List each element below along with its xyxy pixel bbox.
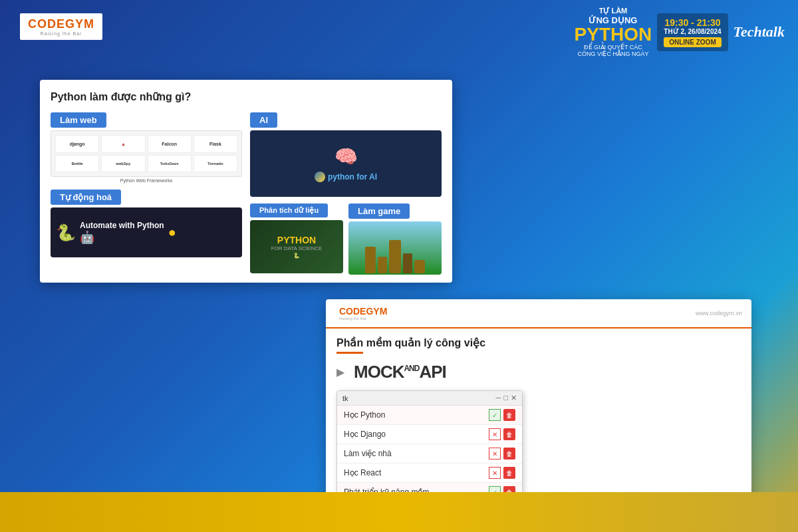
lam-web-label: Làm web <box>51 112 106 128</box>
platform-3 <box>389 240 401 273</box>
python-for-ai: python for AI <box>315 172 377 182</box>
techtalk-logo: Techtalk <box>733 23 785 41</box>
python-logo-mini <box>315 172 325 182</box>
minimize-icon[interactable]: ─ <box>496 394 501 402</box>
ai-box: 🧠 python for AI <box>250 130 442 197</box>
freecodecamp-icon: ● <box>168 225 176 240</box>
window-buttons: ─ □ ✕ <box>496 394 517 402</box>
tu-dong-section: Tự động hoá 🐍 Automate with Python 🤖 ● <box>51 190 242 257</box>
banner-cong-viec: CÔNG VIỆC HẰNG NGÀY <box>575 51 652 57</box>
bottom-website: www.codegym.vn <box>696 310 742 317</box>
bottom-logo-text: CODEGYM <box>339 306 387 317</box>
fw-pyramid: ▲ <box>101 135 145 153</box>
fw-bottle: Bottle <box>55 155 99 172</box>
bottom-logo-sub: Raising the Bar <box>339 317 387 321</box>
phan-tich-section: Phân tích dữ liệu PYTHON FOR DATA SCIENC… <box>250 203 343 275</box>
banner-date: THỨ 2, 26/08/2024 <box>664 28 721 35</box>
frameworks-label: Python Web Frameworks <box>51 178 242 183</box>
lam-game-label: Làm game <box>348 203 410 219</box>
slide-title: Python làm được những gì? <box>51 90 442 103</box>
logo-subtitle: Raising the Bar <box>28 31 94 36</box>
maximize-icon[interactable]: □ <box>503 394 508 402</box>
ai-brain-icon: 🧠 <box>334 146 358 168</box>
task-row: Làm việc nhà✕🗑 <box>337 444 522 464</box>
data-sci-python: PYTHON <box>271 235 323 245</box>
banner-tu-lam: TỰ LÀM <box>575 7 652 15</box>
bottom-content: Phần mềm quản lý công việc ▶ MOCKANDAPI … <box>326 329 751 511</box>
task-name: Làm việc nhà <box>344 449 392 458</box>
platform-2 <box>378 257 387 273</box>
task-row: Học React✕🗑 <box>337 464 522 483</box>
logo-text: CODEGYM <box>28 17 94 31</box>
task-actions: ✕🗑 <box>489 467 515 479</box>
task-actions: ✕🗑 <box>489 448 515 460</box>
task-window: tk ─ □ ✕ Học Python✓🗑Học Django✕🗑Làm việ… <box>336 390 523 503</box>
task-window-title: tk <box>342 394 348 402</box>
task-delete-button[interactable]: 🗑 <box>503 409 515 421</box>
task-delete-button[interactable]: 🗑 <box>503 428 515 440</box>
task-check-button[interactable]: ✓ <box>489 409 501 421</box>
banner-de-giai: ĐỂ GIẢI QUYẾT CÁC <box>575 44 652 51</box>
fw-falcon: Falcon <box>148 135 192 153</box>
fw-tornado: Tornado <box>194 155 237 172</box>
automate-title: Automate with Python <box>80 221 164 230</box>
data-sci-snake: 🐍 <box>271 253 323 259</box>
bottom-logo: CODEGYM Raising the Bar <box>335 305 391 322</box>
robot-icon: 🤖 <box>80 230 164 245</box>
fw-turbogears: TurboGears <box>148 155 192 172</box>
close-icon[interactable]: ✕ <box>511 394 517 402</box>
fw-web2py: web2py <box>101 155 145 172</box>
slide-panel: Python làm được những gì? Làm web django… <box>40 80 452 283</box>
mockapi-logo: MOCKANDAPI <box>354 362 446 382</box>
fw-flask: Flask <box>194 135 237 153</box>
platform-4 <box>403 253 412 273</box>
task-actions: ✓🗑 <box>489 409 515 421</box>
web-frameworks-area: django ▲ Falcon Flask Bottle web2py Turb… <box>51 130 242 177</box>
yellow-bottom-strip <box>0 492 798 532</box>
data-sci-box: PYTHON FOR DATA SCIENCE 🐍 <box>250 220 343 273</box>
banner-online: ONLINE ZOOM <box>664 37 721 47</box>
task-name: Học Django <box>344 430 386 439</box>
ai-label: AI <box>250 112 277 128</box>
bottom-row: Phân tích dữ liệu PYTHON FOR DATA SCIENC… <box>250 203 442 275</box>
automate-box: 🐍 Automate with Python 🤖 ● <box>51 207 242 257</box>
banner-time: 19:30 - 21:30 <box>664 17 721 28</box>
banner-text: TỰ LÀM ỨNG DỤNG PYTHON ĐỂ GIẢI QUYẾT CÁC… <box>575 7 652 57</box>
lam-web-section: Làm web django ▲ Falcon Flask Bottle web… <box>51 112 242 183</box>
bottom-panel: CODEGYM Raising the Bar www.codegym.vn P… <box>326 299 751 525</box>
task-check-button[interactable]: ✕ <box>489 467 501 479</box>
task-name: Học Python <box>344 410 385 420</box>
lam-game-section: Làm game <box>348 203 442 275</box>
top-right-banner: TỰ LÀM ỨNG DỤNG PYTHON ĐỂ GIẢI QUYẾT CÁC… <box>575 7 785 57</box>
fw-django: django <box>55 135 99 153</box>
bottom-title: Phần mềm quản lý công việc <box>336 336 741 349</box>
mockapi-area: ▶ MOCKANDAPI <box>336 362 741 382</box>
bottom-panel-header: CODEGYM Raising the Bar www.codegym.vn <box>326 299 751 329</box>
game-box <box>348 221 442 275</box>
ai-section: AI 🧠 python for AI <box>250 112 442 197</box>
tu-dong-label: Tự động hoá <box>51 190 121 205</box>
python-icon: 🐍 <box>56 223 76 242</box>
platform-1 <box>365 247 376 273</box>
bottom-title-underline <box>336 352 363 354</box>
task-list: Học Python✓🗑Học Django✕🗑Làm việc nhà✕🗑Họ… <box>337 406 522 502</box>
platform-5 <box>414 260 425 273</box>
task-delete-button[interactable]: 🗑 <box>503 467 515 479</box>
arrow-right-icon: ▶ <box>336 366 344 378</box>
task-name: Học React <box>344 468 381 477</box>
task-row: Học Django✕🗑 <box>337 425 522 444</box>
task-actions: ✕🗑 <box>489 428 515 440</box>
banner-time-block: 19:30 - 21:30 THỨ 2, 26/08/2024 ONLINE Z… <box>657 13 728 51</box>
game-platforms <box>365 240 425 275</box>
task-window-titlebar: tk ─ □ ✕ <box>337 391 522 406</box>
task-row: Học Python✓🗑 <box>337 406 522 425</box>
phan-tich-label: Phân tích dữ liệu <box>250 203 328 217</box>
data-sci-sub: FOR DATA SCIENCE <box>271 245 323 251</box>
task-delete-button[interactable]: 🗑 <box>503 448 515 460</box>
top-left-logo: CODEGYM Raising the Bar <box>20 13 102 40</box>
task-check-button[interactable]: ✕ <box>489 448 501 460</box>
task-check-button[interactable]: ✕ <box>489 428 501 440</box>
banner-python: PYTHON <box>575 25 652 44</box>
